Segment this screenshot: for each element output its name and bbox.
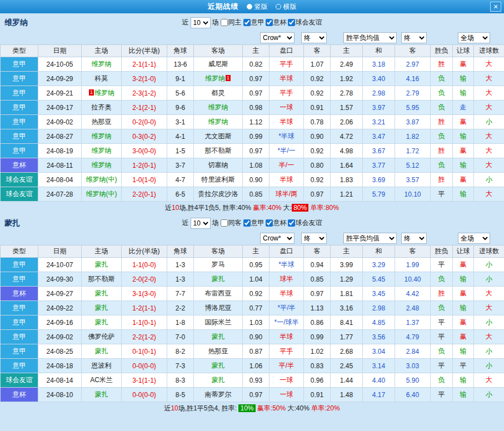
footer-stat: 10%	[238, 404, 255, 412]
league-checkbox-input[interactable]	[266, 19, 273, 26]
cell-league: 意甲	[1, 258, 38, 272]
league-checkbox-input[interactable]	[266, 219, 273, 227]
cell-away-team: 都灵	[194, 86, 243, 101]
cell-eu-home-odds: 1.29	[331, 272, 363, 287]
cell-ah-away-odds: 0.91	[304, 388, 331, 402]
cell-score: 2-1(2-1)	[122, 101, 167, 115]
odds-time-select-right[interactable]: 终	[401, 32, 427, 43]
avg-odds-select[interactable]: 胜平负均值	[343, 233, 397, 244]
column-header: 主	[243, 245, 270, 258]
team-section-verona: 维罗纳 近 10 场 同主 意甲意杯球会友谊 Crow* 终 胜平负均值 终 全…	[0, 14, 504, 214]
match-row: 球会友谊24-07-28维罗纳(中)2-2(0-1)6-5贵拉尔皮沙洛0.85球…	[1, 187, 504, 202]
cell-league: 意甲	[1, 359, 38, 373]
match-row: 意甲24-09-29科莫3-2(1-0)9-1维罗纳10.97半球0.921.9…	[1, 72, 504, 86]
section-head: 维罗纳 近 10 场 同主 意甲意杯球会友谊	[0, 14, 504, 31]
bookmaker-select[interactable]: Crow*	[260, 32, 295, 43]
panel-title: 近期战绩	[208, 2, 239, 12]
cell-score: 0-1(0-1)	[122, 344, 167, 359]
league-checkbox[interactable]: 球会友谊	[288, 218, 322, 228]
league-label: 意甲	[251, 18, 265, 27]
league-checkbox-input[interactable]	[288, 19, 295, 26]
cell-home-team: 维罗纳(中)	[82, 187, 122, 202]
cell-home-team: 拉齐奥	[82, 101, 122, 115]
cell-ah-home-odds: 1.12	[243, 115, 270, 129]
league-checkbox-input[interactable]	[243, 19, 251, 26]
cell-date: 24-07-28	[38, 187, 82, 202]
same-venue-input[interactable]	[221, 219, 228, 227]
match-row: 意甲24-08-27维罗纳0-3(0-2)4-1尤文图斯0.99*半球0.904…	[1, 129, 504, 144]
cell-date: 24-09-17	[38, 101, 82, 115]
scope-select[interactable]: 全场	[458, 32, 490, 43]
cell-ah-away-odds: 0.86	[304, 315, 331, 330]
cell-eu-home-odds: 4.72	[331, 129, 363, 144]
league-checkbox[interactable]: 意杯	[266, 18, 287, 27]
cell-result: 负	[431, 373, 453, 388]
layout-vertical-radio[interactable]: 竖版	[247, 2, 268, 12]
red-card-badge: 1	[89, 89, 94, 96]
match-count-select[interactable]: 10	[191, 17, 211, 28]
column-header: 客场	[194, 45, 243, 57]
cell-home-team: 维罗纳(中)	[82, 173, 122, 187]
league-checkbox[interactable]: 意甲	[243, 218, 265, 228]
match-row: 意甲24-09-30那不勒斯2-0(2-0)1-3蒙扎1.04球半0.851.2…	[1, 272, 504, 287]
footer-stat: 10	[171, 404, 178, 412]
cell-date: 24-09-29	[38, 72, 82, 86]
cell-away-team: 维罗纳1	[194, 72, 243, 86]
cell-score: 3-0(0-0)	[122, 144, 167, 158]
cell-score: 2-3(1-2)	[122, 86, 167, 101]
scope-select[interactable]: 全场	[458, 233, 490, 244]
summary-line: 近10场,胜4平1负5, 胜率:40% 赢率:40% 大:80% 单率:80%	[0, 202, 504, 214]
cell-ah-away-odds: 0.85	[304, 272, 331, 287]
cell-score: 1-0(1-0)	[122, 173, 167, 187]
odds-time-select-right[interactable]: 终	[401, 233, 427, 244]
league-checkbox[interactable]: 意甲	[243, 18, 265, 27]
cell-corners: 4-1	[167, 129, 194, 144]
cell-handicap: 半球	[270, 330, 304, 344]
close-icon[interactable]: ✕	[490, 2, 501, 12]
cell-ah-away-odds: 0.92	[304, 86, 331, 101]
league-checkbox[interactable]: 球会友谊	[288, 18, 322, 27]
same-venue-checkbox[interactable]: 同客	[221, 218, 242, 228]
odds-time-select-left[interactable]: 终	[301, 32, 327, 43]
cell-ah-home-odds: 0.77	[243, 301, 270, 315]
cell-date: 24-09-30	[38, 272, 82, 287]
column-header: 进球数	[474, 245, 504, 258]
column-header: 日期	[38, 45, 82, 57]
cell-ah-home-odds: 0.97	[243, 86, 270, 101]
avg-odds-select[interactable]: 胜平负均值	[343, 32, 397, 43]
results-table: 类型日期主场比分(半场)角球客场主盘口客主和客胜负让球进球数 意甲24-10-0…	[0, 44, 504, 202]
team-label: 罗马	[212, 260, 225, 268]
match-row: 意杯24-09-27蒙扎3-1(3-0)7-7布雷西亚0.92半球0.971.8…	[1, 287, 504, 301]
column-header: 比分(半场)	[122, 45, 167, 57]
team-label: 恩波利	[92, 362, 112, 369]
cell-handicap-result: 输	[453, 388, 474, 402]
cell-eu-draw-odds: 4.17	[363, 388, 395, 402]
cell-home-team: AC米兰	[82, 373, 122, 388]
cell-ah-home-odds: 0.90	[243, 173, 270, 187]
cell-ah-away-odds: 1.07	[304, 57, 331, 72]
league-checkbox-input[interactable]	[243, 219, 251, 227]
cell-handicap-result: 输	[453, 158, 474, 173]
cell-home-team: 蒙扎	[82, 287, 122, 301]
cell-goals-result: 大	[474, 158, 504, 173]
match-count-select[interactable]: 10	[191, 218, 211, 229]
bookmaker-select[interactable]: Crow*	[260, 233, 295, 244]
column-header: 客	[395, 45, 431, 57]
cell-date: 24-09-02	[38, 115, 82, 129]
league-checkbox-input[interactable]	[288, 219, 295, 227]
cell-eu-draw-odds: 3.14	[363, 359, 395, 373]
cell-eu-home-odds: 1.64	[331, 158, 363, 173]
league-checkbox[interactable]: 意杯	[266, 218, 287, 228]
cell-date: 24-08-27	[38, 129, 82, 144]
team-label: 维罗纳(中)	[86, 190, 117, 198]
cell-handicap: 球半	[270, 272, 304, 287]
cell-handicap: 平/半	[270, 359, 304, 373]
same-venue-input[interactable]	[221, 19, 228, 26]
cell-eu-home-odds: 2.68	[331, 344, 363, 359]
cell-eu-away-odds: 4.16	[395, 72, 431, 86]
layout-horizontal-radio[interactable]: 横版	[276, 2, 297, 12]
cell-home-team: 维罗纳	[82, 57, 122, 72]
team-label: 维罗纳	[208, 103, 228, 111]
same-venue-checkbox[interactable]: 同主	[221, 18, 242, 27]
odds-time-select-left[interactable]: 终	[301, 233, 327, 244]
